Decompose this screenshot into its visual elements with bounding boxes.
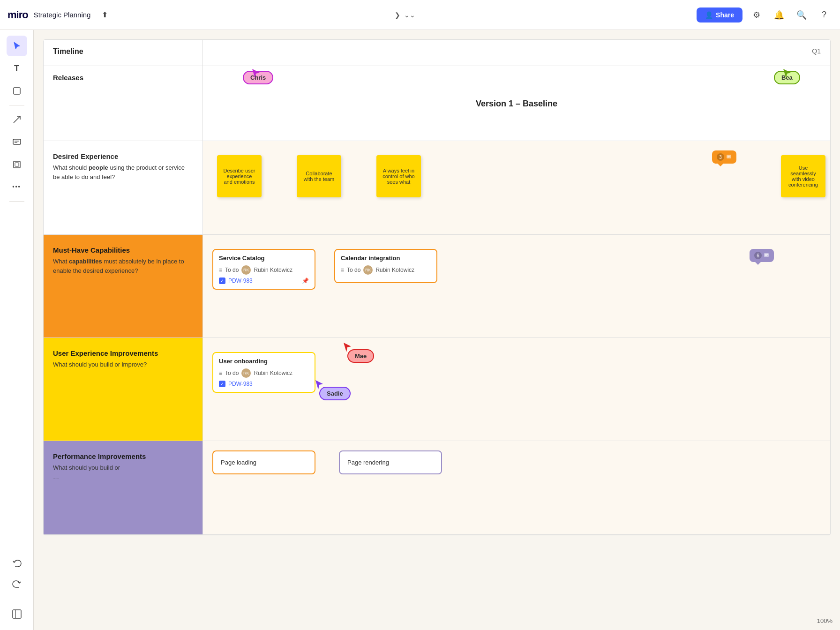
desired-experience-label: Desired Experience What should people us…	[44, 141, 203, 234]
sadie-cursor-label: Sadie	[319, 387, 351, 400]
undo-tool[interactable]	[7, 553, 27, 574]
must-have-label: Must-Have Capabilities What capabilities…	[44, 235, 203, 338]
page-loading-title: Page loading	[221, 459, 256, 466]
service-catalog-card[interactable]: Service Catalog ≡ To do RK Rubin Kotowic…	[212, 249, 315, 290]
sticky-3[interactable]: Always feel in control of who sees what	[376, 155, 421, 197]
help-icon[interactable]: ?	[816, 7, 832, 23]
page-rendering-card[interactable]: Page rendering	[339, 450, 442, 474]
desired-experience-content: Describe user experience and emotions Co…	[203, 141, 830, 234]
performance-desc: What should you build or	[53, 463, 193, 472]
comment-bubble-1[interactable]: 3	[712, 150, 736, 164]
ellipsis-icon: •••	[12, 184, 21, 190]
ux-improvements-row: User Experience Improvements What should…	[44, 338, 830, 441]
desired-experience-row: Desired Experience What should people us…	[44, 141, 830, 235]
customize-icon[interactable]: ⚙	[748, 7, 765, 23]
svg-rect-9	[727, 155, 731, 158]
ux-improvements-title: User Experience Improvements	[53, 349, 193, 357]
calendar-title: Calendar integration	[341, 255, 431, 262]
notifications-icon[interactable]: 🔔	[771, 7, 788, 23]
user-onboarding-title: User onboarding	[219, 358, 309, 365]
user-onboarding-avatar: RK	[241, 368, 251, 378]
user-onboarding-ticket: PDW-983	[228, 381, 253, 387]
timeline-container: Timeline Q1 Releases Version 1 – Baselin…	[43, 39, 831, 535]
performance-content: Page loading Page rendering	[203, 441, 830, 534]
bottom-bar: 100%	[817, 612, 832, 630]
q1-header: Q1	[203, 40, 830, 66]
check-icon: ✓	[219, 278, 225, 284]
sticky-1[interactable]: Describe user experience and emotions	[217, 155, 262, 197]
service-catalog-ticket-row: ✓ PDW-983 📌	[219, 278, 309, 284]
sidebar-divider	[9, 105, 24, 105]
share-user-icon: 👤	[705, 11, 713, 19]
must-have-desc: What capabilities must absolutely be in …	[53, 257, 193, 275]
service-catalog-avatar: RK	[241, 265, 251, 275]
service-catalog-title: Service Catalog	[219, 255, 309, 262]
sticky-4[interactable]: Use seamlessly with video conferencing	[781, 155, 825, 197]
releases-row: Releases Version 1 – Baseline Chris Bea	[44, 66, 830, 141]
desired-experience-desc: What should people using the product or …	[53, 163, 193, 181]
miro-logo: miro	[8, 9, 28, 21]
check-icon-2: ✓	[219, 381, 225, 387]
text-tool[interactable]: T	[7, 58, 27, 79]
page-rendering-title: Page rendering	[347, 459, 389, 466]
page-loading-card[interactable]: Page loading	[212, 450, 315, 474]
user-onboarding-ticket-row: ✓ PDW-983	[219, 381, 309, 387]
share-button[interactable]: 👤 Share	[697, 8, 742, 22]
pages-tool[interactable]	[7, 604, 27, 624]
pin-icon: 📌	[302, 278, 309, 284]
topbar-nav: ❯ ⌄⌄	[395, 11, 415, 19]
arrow-tool[interactable]	[7, 109, 27, 130]
timeline-header-label: Timeline	[44, 40, 203, 66]
performance-row: Performance Improvements What should you…	[44, 441, 830, 535]
more-tools[interactable]: •••	[7, 177, 27, 197]
calendar-assignee: Rubin Kotowicz	[375, 267, 414, 273]
zoom-level: 100%	[817, 617, 832, 624]
performance-title: Performance Improvements	[53, 452, 193, 460]
must-have-title: Must-Have Capabilities	[53, 246, 193, 254]
user-onboarding-card[interactable]: User onboarding ≡ To do RK Rubin Kotowic…	[212, 352, 315, 393]
calendar-status-row: ≡ To do RK Rubin Kotowicz	[341, 265, 431, 275]
comment-tool[interactable]	[7, 132, 27, 152]
canvas[interactable]: Timeline Q1 Releases Version 1 – Baselin…	[34, 30, 840, 630]
must-have-content: Service Catalog ≡ To do RK Rubin Kotowic…	[203, 235, 830, 338]
ux-improvements-desc: What should you build or improve?	[53, 360, 193, 369]
svg-rect-12	[764, 253, 769, 257]
topbar-right: 👤 Share ⚙ 🔔 🔍 ?	[697, 7, 832, 23]
user-onboarding-status-row: ≡ To do RK Rubin Kotowicz	[219, 368, 309, 378]
nav-expand-icon[interactable]: ⌄⌄	[404, 11, 415, 19]
svg-rect-0	[14, 88, 20, 94]
topbar: miro Strategic Planning ⬆ ❯ ⌄⌄ 👤 Share ⚙…	[0, 0, 840, 30]
comment-bubble-2[interactable]: 6	[750, 249, 774, 262]
upload-icon[interactable]: ⬆	[96, 7, 113, 23]
cursor-tool[interactable]	[7, 36, 27, 56]
redo-tool[interactable]	[7, 574, 27, 594]
calendar-integration-card[interactable]: Calendar integration ≡ To do RK Rubin Ko…	[334, 249, 437, 283]
service-catalog-ticket: PDW-983	[228, 278, 253, 284]
sidebar-divider-2	[9, 201, 24, 202]
user-onboarding-status: To do	[225, 370, 239, 376]
performance-label: Performance Improvements What should you…	[44, 441, 203, 534]
sidebar-bottom	[7, 553, 27, 624]
mae-cursor-label: Mae	[347, 349, 374, 363]
board-title: Strategic Planning	[34, 11, 91, 19]
must-have-row: Must-Have Capabilities What capabilities…	[44, 235, 830, 338]
calendar-avatar: RK	[363, 265, 373, 275]
comment-count-1: 3	[717, 153, 724, 161]
service-catalog-status: To do	[225, 267, 239, 273]
sticky-2[interactable]: Collaborate with the team	[297, 155, 341, 197]
frame-tool[interactable]	[7, 154, 27, 175]
svg-rect-7	[13, 610, 21, 618]
desired-experience-title: Desired Experience	[53, 152, 193, 160]
releases-label: Releases	[44, 66, 203, 141]
nav-forward-icon[interactable]: ❯	[395, 11, 400, 19]
text-icon: T	[14, 64, 19, 74]
search-icon[interactable]: 🔍	[793, 7, 810, 23]
user-onboarding-assignee: Rubin Kotowicz	[254, 370, 292, 376]
version-label: Version 1 – Baseline	[476, 98, 557, 108]
calendar-status: To do	[347, 267, 360, 273]
note-tool[interactable]	[7, 81, 27, 101]
list-icon-2: ≡	[341, 267, 344, 273]
svg-rect-6	[15, 163, 19, 166]
comment-count-2: 6	[754, 252, 762, 259]
topbar-left: miro Strategic Planning ⬆	[8, 7, 113, 23]
